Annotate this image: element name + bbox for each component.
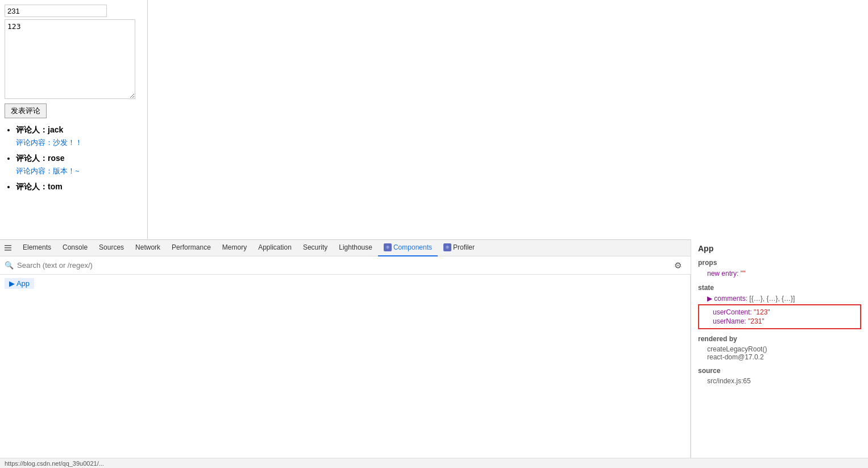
name-input[interactable] xyxy=(5,5,107,17)
comment-author-1: 评论人：jack xyxy=(16,125,143,135)
rendered-by-value1: createLegacyRoot() xyxy=(698,345,861,353)
comment-author-3: 评论人：tom xyxy=(16,182,143,192)
tab-memory[interactable]: Memory xyxy=(217,239,252,256)
rendered-by-value2: react-dom@17.0.2 xyxy=(698,353,861,361)
tab-profiler[interactable]: ⚛ Profiler xyxy=(438,239,480,256)
state-user-content: userContent: "123" xyxy=(704,308,855,317)
state-label: state xyxy=(698,284,861,292)
tab-elements[interactable]: Elements xyxy=(17,239,57,256)
svg-rect-2 xyxy=(5,250,11,251)
component-name: App xyxy=(698,244,861,253)
search-input[interactable] xyxy=(17,261,686,270)
state-user-name: userName: "231" xyxy=(704,317,855,326)
state-comments: ▶ comments: [{…}, {…}, {…}] xyxy=(698,294,861,303)
app-content: 123 发表评论 评论人：jack 评论内容：沙发！！ 评论人：rose 评论内… xyxy=(0,0,148,239)
gear-icon[interactable]: ⚙ xyxy=(674,260,682,271)
comment-content-1: 评论内容：沙发！！ xyxy=(16,138,143,148)
right-panel: App props new entry: "" state ▶ comments… xyxy=(691,239,868,468)
svg-rect-0 xyxy=(5,245,11,246)
comment-list: 评论人：jack 评论内容：沙发！！ 评论人：rose 评论内容：版本！~ 评论… xyxy=(5,125,143,192)
tab-console[interactable]: Console xyxy=(57,239,93,256)
props-label: props xyxy=(698,259,861,267)
search-bar: 🔍 xyxy=(0,256,691,275)
react-profiler-icon: ⚛ xyxy=(443,243,451,251)
components-panel: ▶ App xyxy=(0,275,691,468)
comment-author-2: 评论人：rose xyxy=(16,154,143,164)
highlighted-state-box: userContent: "123" userName: "231" xyxy=(698,304,861,329)
svg-rect-1 xyxy=(5,247,11,249)
tab-components[interactable]: ⚛ Components xyxy=(378,239,438,256)
content-input[interactable]: 123 xyxy=(5,19,135,99)
tab-application[interactable]: Application xyxy=(252,239,297,256)
list-item: 评论人：tom xyxy=(16,182,143,192)
component-tree-app[interactable]: ▶ App xyxy=(5,278,34,289)
submit-button[interactable]: 发表评论 xyxy=(5,103,47,118)
tab-lighthouse[interactable]: Lighthouse xyxy=(333,239,378,256)
comment-content-2: 评论内容：版本！~ xyxy=(16,166,143,176)
list-item: 评论人：jack 评论内容：沙发！！ xyxy=(16,125,143,148)
prop-new-entry: new entry: "" xyxy=(698,269,861,278)
source-value: src/index.js:65 xyxy=(698,377,861,385)
devtools-toggle-icon[interactable] xyxy=(2,242,14,254)
search-icon: 🔍 xyxy=(5,261,14,270)
tab-security[interactable]: Security xyxy=(297,239,333,256)
tab-performance[interactable]: Performance xyxy=(166,239,217,256)
list-item: 评论人：rose 评论内容：版本！~ xyxy=(16,154,143,176)
bottom-url-bar: https://blog.csdn.net/qq_39u0021/... xyxy=(0,458,868,468)
tab-network[interactable]: Network xyxy=(130,239,166,256)
url-text: https://blog.csdn.net/qq_39u0021/... xyxy=(5,460,104,467)
tab-sources[interactable]: Sources xyxy=(93,239,130,256)
react-components-icon: ⚛ xyxy=(384,243,392,251)
rendered-by-label: rendered by xyxy=(698,335,861,343)
source-label: source xyxy=(698,367,861,375)
